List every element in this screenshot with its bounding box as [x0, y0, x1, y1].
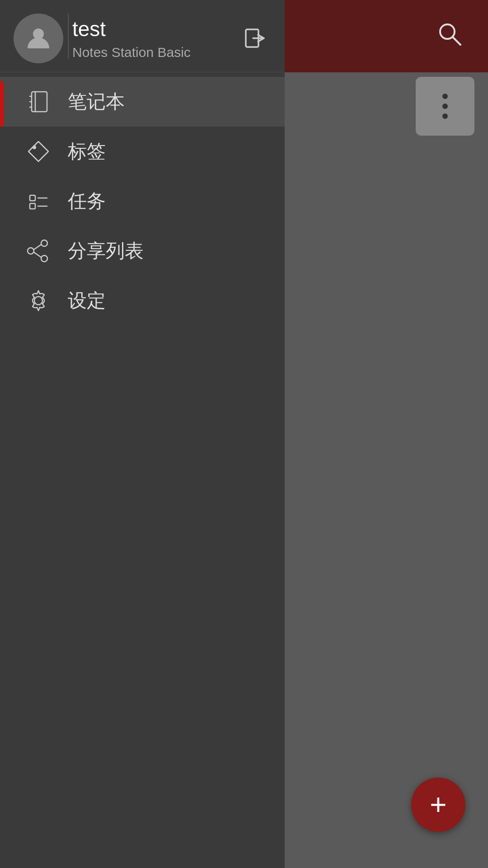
tag-icon: [23, 136, 54, 167]
sidebar-item-notebook[interactable]: 笔记本: [0, 77, 285, 127]
svg-point-15: [41, 240, 47, 246]
sidebar-menu: 笔记本 标签 任务: [0, 72, 285, 326]
more-options-card[interactable]: [416, 77, 474, 136]
svg-point-20: [34, 297, 42, 305]
fab-plus-icon: +: [430, 790, 446, 819]
header-divider: [68, 14, 69, 59]
settings-icon: [23, 285, 54, 316]
svg-point-17: [28, 248, 34, 254]
settings-label: 设定: [68, 288, 106, 313]
sidebar-item-tags[interactable]: 标签: [0, 127, 285, 176]
task-icon: [23, 185, 54, 217]
sidebar-item-settings[interactable]: 设定: [0, 276, 285, 326]
user-icon: [25, 24, 52, 53]
svg-line-19: [34, 252, 41, 257]
notebook-icon: [23, 86, 54, 118]
svg-point-16: [41, 255, 47, 262]
active-indicator: [0, 81, 4, 127]
header-text-block: test Notes Station Basic: [63, 17, 239, 60]
share-icon: [23, 235, 54, 267]
svg-line-18: [34, 245, 41, 250]
avatar[interactable]: [14, 14, 63, 63]
shared-label: 分享列表: [68, 238, 144, 264]
notebook-label: 笔记本: [68, 89, 125, 114]
three-dots-icon: [442, 94, 448, 119]
app-name-label: Notes Station Basic: [72, 45, 230, 60]
svg-rect-5: [32, 92, 47, 112]
search-button[interactable]: [429, 14, 470, 54]
sidebar-item-shared[interactable]: 分享列表: [0, 226, 285, 276]
tags-label: 标签: [68, 139, 106, 164]
svg-rect-13: [30, 203, 35, 209]
svg-rect-11: [30, 195, 35, 201]
sidebar-drawer: test Notes Station Basic: [0, 0, 285, 868]
logout-button[interactable]: [239, 23, 271, 54]
username-label: test: [72, 17, 230, 41]
svg-line-1: [453, 37, 460, 45]
sidebar-header: test Notes Station Basic: [0, 0, 285, 72]
tasks-label: 任务: [68, 189, 106, 214]
svg-point-10: [33, 146, 36, 149]
sidebar-item-tasks[interactable]: 任务: [0, 176, 285, 226]
fab-add-button[interactable]: +: [411, 778, 465, 832]
